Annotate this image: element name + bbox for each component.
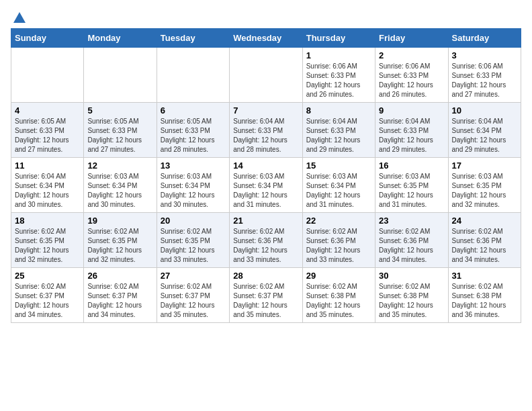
day-info: Sunrise: 6:02 AM Sunset: 6:38 PM Dayligh…: [452, 282, 517, 320]
day-info: Sunrise: 6:04 AM Sunset: 6:34 PM Dayligh…: [452, 117, 517, 154]
day-number: 19: [87, 216, 152, 226]
day-info: Sunrise: 6:02 AM Sunset: 6:38 PM Dayligh…: [379, 282, 444, 320]
day-number: 30: [379, 271, 444, 281]
calendar-cell: 23Sunrise: 6:02 AM Sunset: 6:36 PM Dayli…: [375, 213, 448, 268]
page-header: [11, 11, 521, 23]
calendar-cell: 4Sunrise: 6:05 AM Sunset: 6:33 PM Daylig…: [11, 103, 84, 158]
day-info: Sunrise: 6:02 AM Sunset: 6:35 PM Dayligh…: [161, 227, 226, 265]
calendar-header-row: SundayMondayTuesdayWednesdayThursdayFrid…: [11, 29, 521, 48]
calendar-cell: [157, 48, 229, 103]
day-number: 17: [452, 161, 517, 171]
calendar-cell: 5Sunrise: 6:05 AM Sunset: 6:33 PM Daylig…: [84, 103, 157, 158]
calendar-cell: 3Sunrise: 6:06 AM Sunset: 6:33 PM Daylig…: [448, 48, 521, 103]
logo-icon: [12, 11, 27, 26]
calendar-cell: 27Sunrise: 6:02 AM Sunset: 6:37 PM Dayli…: [157, 268, 229, 323]
calendar-table: SundayMondayTuesdayWednesdayThursdayFrid…: [11, 28, 521, 323]
day-info: Sunrise: 6:02 AM Sunset: 6:35 PM Dayligh…: [87, 227, 152, 265]
calendar-cell: 11Sunrise: 6:04 AM Sunset: 6:34 PM Dayli…: [11, 158, 84, 213]
day-number: 31: [452, 271, 517, 281]
calendar-cell: 6Sunrise: 6:05 AM Sunset: 6:33 PM Daylig…: [157, 103, 229, 158]
calendar-week-row: 18Sunrise: 6:02 AM Sunset: 6:35 PM Dayli…: [11, 213, 521, 268]
day-info: Sunrise: 6:03 AM Sunset: 6:34 PM Dayligh…: [161, 172, 226, 210]
calendar-cell: 19Sunrise: 6:02 AM Sunset: 6:35 PM Dayli…: [84, 213, 157, 268]
calendar-cell: 20Sunrise: 6:02 AM Sunset: 6:35 PM Dayli…: [157, 213, 229, 268]
day-info: Sunrise: 6:02 AM Sunset: 6:37 PM Dayligh…: [15, 282, 80, 320]
column-header-tuesday: Tuesday: [157, 29, 229, 48]
day-number: 8: [306, 105, 371, 116]
day-info: Sunrise: 6:02 AM Sunset: 6:36 PM Dayligh…: [379, 227, 444, 265]
day-number: 23: [379, 216, 444, 226]
calendar-cell: 7Sunrise: 6:04 AM Sunset: 6:33 PM Daylig…: [230, 103, 302, 158]
calendar-cell: 25Sunrise: 6:02 AM Sunset: 6:37 PM Dayli…: [11, 268, 84, 323]
day-number: 14: [233, 161, 298, 171]
calendar-cell: 31Sunrise: 6:02 AM Sunset: 6:38 PM Dayli…: [448, 268, 521, 323]
calendar-cell: 15Sunrise: 6:03 AM Sunset: 6:34 PM Dayli…: [302, 158, 375, 213]
calendar-cell: 16Sunrise: 6:03 AM Sunset: 6:35 PM Dayli…: [375, 158, 448, 213]
logo: [11, 11, 28, 23]
svg-marker-0: [13, 12, 26, 23]
calendar-cell: 8Sunrise: 6:04 AM Sunset: 6:33 PM Daylig…: [302, 103, 375, 158]
day-number: 11: [15, 161, 80, 171]
calendar-cell: 21Sunrise: 6:02 AM Sunset: 6:36 PM Dayli…: [230, 213, 302, 268]
day-number: 9: [379, 105, 444, 116]
day-number: 3: [452, 50, 517, 60]
day-number: 7: [233, 105, 298, 116]
day-number: 26: [87, 271, 152, 281]
calendar-cell: 2Sunrise: 6:06 AM Sunset: 6:33 PM Daylig…: [375, 48, 448, 103]
day-number: 1: [306, 50, 371, 60]
calendar-cell: 26Sunrise: 6:02 AM Sunset: 6:37 PM Dayli…: [84, 268, 157, 323]
day-info: Sunrise: 6:04 AM Sunset: 6:33 PM Dayligh…: [379, 117, 444, 154]
day-number: 20: [161, 216, 226, 226]
day-number: 18: [15, 216, 80, 226]
column-header-friday: Friday: [375, 29, 448, 48]
calendar-cell: [230, 48, 302, 103]
day-number: 24: [452, 216, 517, 226]
day-info: Sunrise: 6:05 AM Sunset: 6:33 PM Dayligh…: [87, 117, 152, 154]
day-info: Sunrise: 6:06 AM Sunset: 6:33 PM Dayligh…: [452, 62, 517, 99]
column-header-monday: Monday: [84, 29, 157, 48]
day-info: Sunrise: 6:05 AM Sunset: 6:33 PM Dayligh…: [161, 117, 226, 154]
day-info: Sunrise: 6:02 AM Sunset: 6:35 PM Dayligh…: [15, 227, 80, 265]
column-header-saturday: Saturday: [448, 29, 521, 48]
day-number: 5: [87, 105, 152, 116]
calendar-cell: 24Sunrise: 6:02 AM Sunset: 6:36 PM Dayli…: [448, 213, 521, 268]
day-info: Sunrise: 6:02 AM Sunset: 6:37 PM Dayligh…: [87, 282, 152, 320]
day-info: Sunrise: 6:03 AM Sunset: 6:35 PM Dayligh…: [452, 172, 517, 210]
day-number: 12: [87, 161, 152, 171]
day-number: 6: [161, 105, 226, 116]
calendar-cell: [11, 48, 84, 103]
day-number: 25: [15, 271, 80, 281]
day-number: 13: [161, 161, 226, 171]
day-info: Sunrise: 6:06 AM Sunset: 6:33 PM Dayligh…: [379, 62, 444, 99]
calendar-week-row: 25Sunrise: 6:02 AM Sunset: 6:37 PM Dayli…: [11, 268, 521, 323]
day-number: 22: [306, 216, 371, 226]
day-info: Sunrise: 6:02 AM Sunset: 6:36 PM Dayligh…: [233, 227, 298, 265]
calendar-cell: 18Sunrise: 6:02 AM Sunset: 6:35 PM Dayli…: [11, 213, 84, 268]
day-info: Sunrise: 6:03 AM Sunset: 6:34 PM Dayligh…: [87, 172, 152, 210]
day-number: 16: [379, 161, 444, 171]
calendar-week-row: 1Sunrise: 6:06 AM Sunset: 6:33 PM Daylig…: [11, 48, 521, 103]
day-number: 29: [306, 271, 371, 281]
calendar-cell: 17Sunrise: 6:03 AM Sunset: 6:35 PM Dayli…: [448, 158, 521, 213]
day-info: Sunrise: 6:02 AM Sunset: 6:37 PM Dayligh…: [233, 282, 298, 320]
calendar-cell: 22Sunrise: 6:02 AM Sunset: 6:36 PM Dayli…: [302, 213, 375, 268]
calendar-cell: 12Sunrise: 6:03 AM Sunset: 6:34 PM Dayli…: [84, 158, 157, 213]
calendar-cell: 1Sunrise: 6:06 AM Sunset: 6:33 PM Daylig…: [302, 48, 375, 103]
day-number: 2: [379, 50, 444, 60]
calendar-cell: 10Sunrise: 6:04 AM Sunset: 6:34 PM Dayli…: [448, 103, 521, 158]
calendar-cell: 9Sunrise: 6:04 AM Sunset: 6:33 PM Daylig…: [375, 103, 448, 158]
day-info: Sunrise: 6:04 AM Sunset: 6:33 PM Dayligh…: [306, 117, 371, 154]
day-number: 28: [233, 271, 298, 281]
day-number: 15: [306, 161, 371, 171]
column-header-thursday: Thursday: [302, 29, 375, 48]
day-info: Sunrise: 6:04 AM Sunset: 6:34 PM Dayligh…: [15, 172, 80, 210]
column-header-sunday: Sunday: [11, 29, 84, 48]
day-number: 21: [233, 216, 298, 226]
day-info: Sunrise: 6:05 AM Sunset: 6:33 PM Dayligh…: [15, 117, 80, 154]
day-info: Sunrise: 6:03 AM Sunset: 6:34 PM Dayligh…: [306, 172, 371, 210]
day-number: 10: [452, 105, 517, 116]
column-header-wednesday: Wednesday: [230, 29, 302, 48]
calendar-cell: 14Sunrise: 6:03 AM Sunset: 6:34 PM Dayli…: [230, 158, 302, 213]
day-info: Sunrise: 6:02 AM Sunset: 6:37 PM Dayligh…: [161, 282, 226, 320]
day-info: Sunrise: 6:02 AM Sunset: 6:36 PM Dayligh…: [306, 227, 371, 265]
